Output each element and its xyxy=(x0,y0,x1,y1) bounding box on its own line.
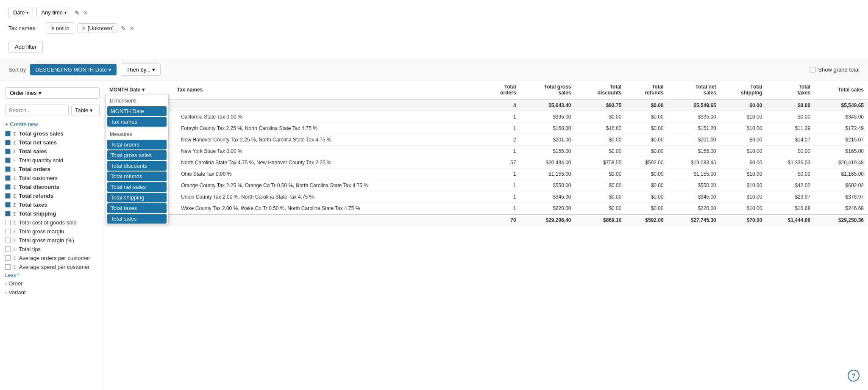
measures-label: Measures xyxy=(106,128,168,139)
dimension-item-0[interactable]: MONTH Date xyxy=(107,106,167,116)
sidebar-item-label-5: Total customers xyxy=(19,175,58,181)
create-new-link[interactable]: + Create new xyxy=(0,119,105,129)
sidebar-item-1[interactable]: ΣTotal net sales xyxy=(0,138,105,147)
sidebar-item-7[interactable]: ΣTotal refunds xyxy=(0,191,105,200)
sidebar-item-label-12: Total gross margin (%) xyxy=(19,237,74,243)
sidebar-item-14[interactable]: ΣAverage orders per customer xyxy=(0,254,105,263)
row-total-6: $602.02 xyxy=(815,180,868,191)
row-orders-6: 1 xyxy=(483,180,520,191)
date-filter-button[interactable]: Date ▾ xyxy=(8,7,33,18)
sidebar-item-15[interactable]: ΣAverage spend per customer xyxy=(0,263,105,271)
expand-variant[interactable]: › Variant xyxy=(0,288,105,297)
tax-edit-icon[interactable]: ✎ xyxy=(121,25,126,32)
row-orders-1: 1 xyxy=(483,123,520,134)
row-gross-8: $220.00 xyxy=(520,203,576,215)
dimension-item-1[interactable]: Tax names xyxy=(107,117,167,127)
time-filter-button[interactable]: Any time ▾ xyxy=(36,7,71,18)
table-header-row: MONTH Date ▾ Tax names Totalorders Total… xyxy=(105,80,868,100)
date-edit-icon[interactable]: ✎ xyxy=(75,9,80,16)
col-total-shipping: Totalshipping xyxy=(721,80,767,100)
order-lines-button[interactable]: Order lines ▾ xyxy=(5,87,100,99)
expand-order[interactable]: › Order xyxy=(0,279,105,288)
sidebar-item-label-0: Total gross sales xyxy=(19,130,64,137)
help-icon[interactable]: ? xyxy=(848,370,860,382)
col-total-gross-sales: Total grosssales xyxy=(520,80,576,100)
measure-item-3[interactable]: Total refunds xyxy=(107,171,167,181)
sigma-icon-14: Σ xyxy=(13,256,16,261)
table-row-0: California State Tax 0.00 % 1 $335.00 $0… xyxy=(105,111,868,123)
table-row-5: Ohio State Tax 0.00 % 1 $1,155.00 $0.00 … xyxy=(105,169,868,180)
show-grand-total-checkbox[interactable] xyxy=(810,67,815,72)
measure-item-1[interactable]: Total gross sales xyxy=(107,150,167,160)
row-tax-4: North Carolina State Tax 4.75 %, New Han… xyxy=(172,157,483,169)
sigma-icon-2: Σ xyxy=(13,149,16,154)
sigma-icon-0: Σ xyxy=(13,131,16,136)
row-total-0: $345.00 xyxy=(815,111,868,123)
sidebar-item-12[interactable]: ΣTotal gross margin (%) xyxy=(0,236,105,245)
then-by-button[interactable]: Then by... ▾ xyxy=(121,64,161,76)
row-net-5: $1,155.00 xyxy=(668,169,721,180)
variant-label: Variant xyxy=(8,289,25,296)
measure-item-2[interactable]: Total discounts xyxy=(107,161,167,171)
sidebar-item-label-3: Total quantity sold xyxy=(19,157,63,163)
sidebar-item-6[interactable]: ΣTotal discounts xyxy=(0,183,105,191)
search-input[interactable] xyxy=(5,105,69,116)
row-shipping-3: $10.00 xyxy=(721,146,767,157)
total-taxes: $1,444.06 xyxy=(766,214,815,226)
variant-expand-arrow: › xyxy=(5,289,7,296)
sidebar-item-2[interactable]: ΣTotal sales xyxy=(0,147,105,156)
date-filter-row: Date ▾ Any time ▾ ✎ ✕ xyxy=(8,7,860,18)
measures-section: Measures Total ordersTotal gross salesTo… xyxy=(106,127,168,224)
date-arrow-icon: ▾ xyxy=(26,10,28,15)
date-close-icon[interactable]: ✕ xyxy=(83,9,88,16)
measure-item-5[interactable]: Total shipping xyxy=(107,193,167,202)
row-gross-4: $20,434.00 xyxy=(520,157,576,169)
row-tax-6: Orange County Tax 2.25 %, Orange Co Tr 0… xyxy=(172,180,483,191)
sidebar-item-9[interactable]: ΣTotal shipping xyxy=(0,209,105,218)
sidebar-item-label-8: Total taxes xyxy=(19,202,47,208)
sidebar-checkbox-8 xyxy=(5,202,11,207)
row-shipping-2: $0.00 xyxy=(721,134,767,146)
row-taxes-6: $42.02 xyxy=(766,180,815,191)
month-orders: 4 xyxy=(483,100,520,111)
total-discounts: $869.10 xyxy=(576,214,626,226)
row-gross-5: $1,155.00 xyxy=(520,169,576,180)
tag-remove-icon[interactable]: ✕ xyxy=(81,25,86,31)
main-layout: Order lines ▾ Table ▾ + Create new ΣTota… xyxy=(0,80,868,390)
sigma-icon-13: Σ xyxy=(13,247,16,252)
sidebar-item-11[interactable]: ΣTotal gross margin xyxy=(0,227,105,236)
table-select[interactable]: Table ▾ xyxy=(71,105,100,116)
total-row: TOTAL May 2023 70 $29,206.40 $869.10 $59… xyxy=(105,214,868,226)
row-gross-1: $168.00 xyxy=(520,123,576,134)
measure-item-0[interactable]: Total orders xyxy=(107,140,167,149)
row-tax-2: New Hanover County Tax 2.25 %, North Car… xyxy=(172,134,483,146)
measure-item-6[interactable]: Total taxes xyxy=(107,203,167,213)
sidebar-item-13[interactable]: ΣTotal tips xyxy=(0,245,105,254)
sidebar-item-3[interactable]: ΣTotal quantity sold xyxy=(0,156,105,165)
table-row-4: North Carolina State Tax 4.75 %, New Han… xyxy=(105,157,868,169)
primary-sort-button[interactable]: DESCENDING MONTH Date ▾ xyxy=(30,64,117,75)
filter-condition: is not in xyxy=(46,22,74,34)
row-refunds-1: $0.00 xyxy=(626,123,668,134)
sidebar-checkbox-4 xyxy=(5,166,11,172)
sidebar-item-8[interactable]: ΣTotal taxes xyxy=(0,200,105,209)
sidebar-item-5[interactable]: ΣTotal customers xyxy=(0,174,105,183)
row-orders-7: 1 xyxy=(483,191,520,203)
row-taxes-2: $14.07 xyxy=(766,134,815,146)
sidebar-item-4[interactable]: ΣTotal orders xyxy=(0,165,105,174)
col-tax-names: Tax names xyxy=(172,80,483,100)
row-total-5: $1,165.00 xyxy=(815,169,868,180)
sigma-icon-6: Σ xyxy=(13,185,16,190)
table-row-6: Orange County Tax 2.25 %, Orange Co Tr 0… xyxy=(105,180,868,191)
measure-item-7[interactable]: Total sales xyxy=(107,214,167,224)
row-net-8: $220.00 xyxy=(668,203,721,215)
row-total-4: $20,419.48 xyxy=(815,157,868,169)
tax-filter-row: Tax names is not in ✕ [Unknown] ✎ ✕ xyxy=(8,22,860,34)
tax-close-icon[interactable]: ✕ xyxy=(129,25,134,32)
row-tax-7: Union County Tax 2.00 %, North Carolina … xyxy=(172,191,483,203)
measure-item-4[interactable]: Total net sales xyxy=(107,182,167,192)
sidebar-item-10[interactable]: ΣTotal cost of goods sold xyxy=(0,218,105,227)
sidebar-item-0[interactable]: ΣTotal gross sales xyxy=(0,129,105,138)
add-filter-button[interactable]: Add filter xyxy=(8,41,43,53)
less-link[interactable]: Less ^ xyxy=(0,271,105,279)
